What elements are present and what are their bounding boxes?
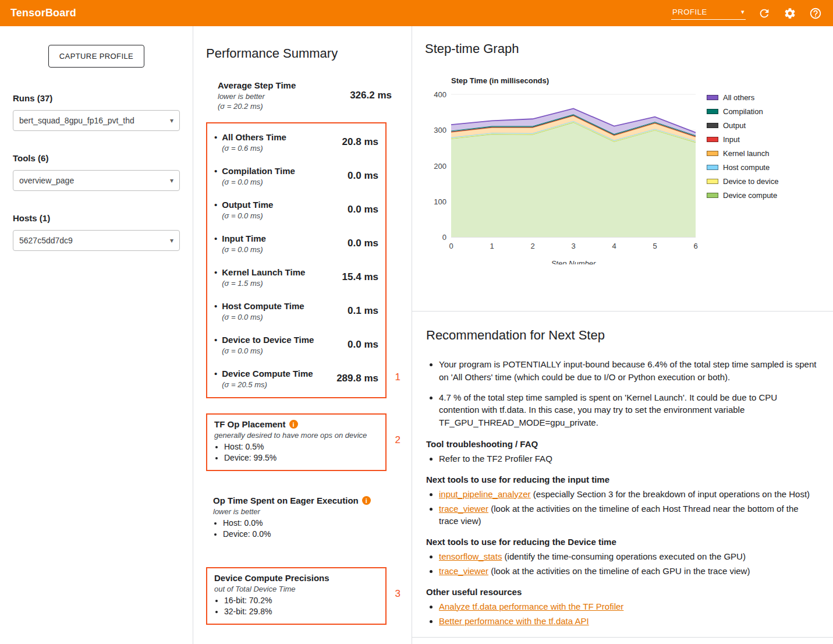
recommendation-list: Refer to the TF2 Profiler FAQ bbox=[426, 452, 818, 465]
dashboard-selector-value: PROFILE bbox=[672, 8, 707, 16]
metric-sigma: (σ = 20.5 ms) bbox=[222, 380, 313, 389]
performance-summary-panel: Performance Summary Average Step Time lo… bbox=[193, 26, 412, 644]
metric-label: Average Step Time bbox=[218, 80, 296, 91]
reco-link[interactable]: tensorflow_stats bbox=[439, 551, 502, 561]
svg-text:Step Number: Step Number bbox=[551, 259, 596, 264]
sidebar-select-value: bert_squad_8gpu_fp16_pvt_thd bbox=[19, 116, 134, 125]
svg-text:200: 200 bbox=[434, 162, 446, 171]
app-title: TensorBoard bbox=[10, 7, 76, 19]
bullet-point: • bbox=[214, 233, 217, 254]
legend-swatch bbox=[707, 193, 718, 198]
device-compute-precisions-note: out of Total Device Time bbox=[214, 585, 378, 593]
recommendation-list: tensorflow_stats (identify the time-cons… bbox=[426, 550, 818, 577]
metric-left: •Compilation Time(σ = 0.0 ms) bbox=[214, 165, 295, 186]
svg-text:0: 0 bbox=[449, 242, 453, 250]
metric-label: Kernel Launch Time bbox=[222, 267, 305, 278]
sidebar-select-0[interactable]: bert_squad_8gpu_fp16_pvt_thd▾ bbox=[13, 110, 180, 131]
metric-note: lower is better bbox=[218, 92, 296, 101]
info-icon[interactable]: i bbox=[289, 420, 298, 429]
list-item: Device: 99.5% bbox=[224, 453, 378, 462]
recommendation-panel: Recommendation for Next Step Your progra… bbox=[412, 312, 833, 638]
metric-value: 0.0 ms bbox=[348, 238, 378, 249]
svg-text:2: 2 bbox=[530, 242, 534, 250]
metric-value: 326.2 ms bbox=[350, 90, 392, 101]
metric-left: •Device Compute Time(σ = 20.5 ms) bbox=[214, 368, 313, 389]
sidebar-group-label: Runs (37) bbox=[13, 93, 180, 103]
list-item: Device: 0.0% bbox=[223, 529, 391, 539]
reco-link[interactable]: trace_viewer bbox=[439, 504, 488, 514]
metric-value: 0.0 ms bbox=[348, 339, 378, 351]
app-header: TensorBoard PROFILE ▾ bbox=[0, 0, 833, 26]
metric-row: •Device Compute Time(σ = 20.5 ms)289.8 m… bbox=[208, 362, 384, 395]
dashboard-selector[interactable]: PROFILE ▾ bbox=[671, 6, 746, 20]
legend-item: Output bbox=[707, 121, 778, 130]
legend-item: Device to device bbox=[707, 177, 778, 186]
capture-profile-button[interactable]: CAPTURE PROFILE bbox=[48, 45, 144, 68]
recommendation-item: tensorflow_stats (identify the time-cons… bbox=[439, 550, 818, 562]
sidebar-select-value: overview_page bbox=[19, 176, 74, 185]
bullet-point: • bbox=[214, 165, 217, 186]
list-item: 16-bit: 70.2% bbox=[224, 596, 378, 605]
sidebar-select-2[interactable]: 5627c5dd7dc9▾ bbox=[13, 230, 180, 251]
help-icon[interactable] bbox=[809, 6, 823, 20]
bullet-point: • bbox=[214, 132, 217, 153]
bullet-point: • bbox=[214, 267, 217, 288]
metric-left: •All Others Time(σ = 0.6 ms) bbox=[214, 132, 286, 153]
legend-item: Device compute bbox=[707, 191, 778, 200]
annotation-box-2: TF Op Placement i generally desired to h… bbox=[206, 413, 387, 471]
metric-text: Output Time(σ = 0.0 ms) bbox=[222, 199, 273, 220]
list-item: Host: 0.5% bbox=[224, 442, 378, 451]
refresh-icon[interactable] bbox=[757, 6, 771, 20]
metric-text: Input Time(σ = 0.0 ms) bbox=[222, 233, 266, 254]
metric-row: •Host Compute Time(σ = 0.0 ms)0.1 ms bbox=[208, 294, 384, 328]
legend-item: Host compute bbox=[707, 163, 778, 172]
annotation-box-1: •All Others Time(σ = 0.6 ms)20.8 ms•Comp… bbox=[206, 122, 387, 398]
chevron-down-icon: ▾ bbox=[170, 176, 173, 185]
recommendation-item: trace_viewer (look at the activities on … bbox=[439, 565, 818, 577]
annotation-label-1: 1 bbox=[395, 371, 400, 383]
sidebar-select-value: 5627c5dd7dc9 bbox=[19, 236, 73, 245]
annotation-label-3: 3 bbox=[395, 588, 400, 600]
metric-row: •Kernel Launch Time(σ = 1.5 ms)15.4 ms bbox=[208, 260, 384, 294]
metric-label: Device Compute Time bbox=[222, 368, 313, 379]
list-item: 32-bit: 29.8% bbox=[224, 607, 378, 616]
metric-label: Host Compute Time bbox=[222, 300, 304, 312]
annotation-box-3: Device Compute Precisions out of Total D… bbox=[206, 567, 387, 625]
metric-text: Device Compute Time(σ = 20.5 ms) bbox=[222, 368, 313, 389]
metric-sigma: (σ = 1.5 ms) bbox=[222, 279, 305, 288]
annotation-label-2: 2 bbox=[395, 434, 400, 446]
metric-sigma: (σ = 0.0 ms) bbox=[222, 245, 266, 254]
metric-value: 0.0 ms bbox=[348, 170, 378, 182]
chart-legend: All othersCompilationOutputInputKernel l… bbox=[707, 93, 778, 200]
reco-link[interactable]: trace_viewer bbox=[439, 566, 488, 576]
svg-text:300: 300 bbox=[434, 126, 446, 135]
recommendation-heading: Next tools to use for reducing the input… bbox=[426, 475, 818, 484]
metric-text: Compilation Time(σ = 0.0 ms) bbox=[222, 165, 295, 186]
bullet-point: • bbox=[214, 368, 217, 389]
legend-swatch bbox=[707, 165, 718, 170]
recommendation-item-text: Refer to the TF2 Profiler FAQ bbox=[439, 454, 552, 463]
average-step-time-row: Average Step Time lower is better (σ = 2… bbox=[212, 76, 398, 114]
recommendation-list: input_pipeline_analyzer (especially Sect… bbox=[426, 488, 818, 527]
legend-label: Device compute bbox=[723, 191, 777, 200]
info-icon[interactable]: i bbox=[362, 496, 371, 505]
legend-label: Output bbox=[723, 121, 746, 130]
metric-row: •All Others Time(σ = 0.6 ms)20.8 ms bbox=[208, 125, 384, 159]
sidebar-group-label: Tools (6) bbox=[13, 153, 180, 163]
reco-link[interactable]: Analyze tf.data performance with the TF … bbox=[439, 601, 623, 611]
recommendation-heading: Other useful resources bbox=[426, 587, 818, 597]
step-time-graph-panel: Step-time Graph Step Time (in millisecon… bbox=[412, 26, 833, 312]
metric-left: •Kernel Launch Time(σ = 1.5 ms) bbox=[214, 267, 305, 288]
metric-text: Host Compute Time(σ = 0.0 ms) bbox=[222, 300, 304, 321]
recommendation-title: Recommendation for Next Step bbox=[426, 328, 818, 343]
recommendation-item-text: (look at the activities on the timeline … bbox=[439, 504, 799, 526]
metric-label: Output Time bbox=[222, 199, 273, 210]
settings-gear-icon[interactable] bbox=[783, 6, 797, 20]
list-item: Host: 0.0% bbox=[223, 518, 391, 528]
legend-label: Device to device bbox=[723, 177, 778, 186]
metric-value: 15.4 ms bbox=[342, 271, 378, 283]
legend-swatch bbox=[707, 179, 718, 184]
reco-link[interactable]: input_pipeline_analyzer bbox=[439, 489, 531, 499]
sidebar-select-1[interactable]: overview_page▾ bbox=[13, 170, 180, 191]
reco-link[interactable]: Better performance with the tf.data API bbox=[439, 616, 589, 626]
